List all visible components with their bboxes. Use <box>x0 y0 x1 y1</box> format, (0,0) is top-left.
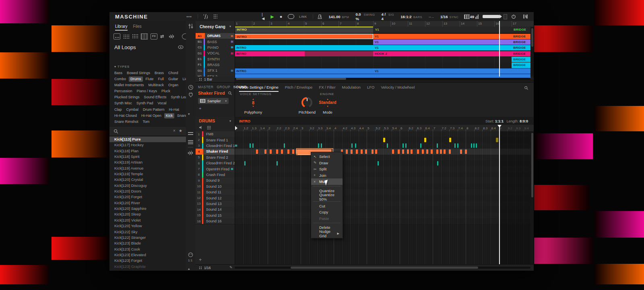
plugin-tab-lfo[interactable]: LFO <box>367 85 374 92</box>
loops-icon[interactable]: ⇄ <box>160 34 166 39</box>
sound-slot-2[interactable]: 2Snare Fired 1 <box>196 137 235 143</box>
note-event[interactable] <box>250 143 251 148</box>
plugin-tab-fx-filter[interactable]: FX / Filter <box>319 85 335 92</box>
swing-display[interactable]: 0.0 % SWING <box>355 12 375 21</box>
pianoroll-view-icon[interactable] <box>188 132 193 136</box>
track-header-sfx-2[interactable]: H1SFX 2 <box>196 73 235 77</box>
note-event[interactable] <box>424 138 426 142</box>
list-item[interactable]: Kick[120] Sleep <box>109 211 186 217</box>
plugin-tab-pitch-envelope[interactable]: Pitch / Envelope <box>285 85 313 92</box>
sig-value[interactable]: 4 / 4 <box>382 12 387 21</box>
note-event[interactable] <box>471 143 472 148</box>
type-tag-organ[interactable]: Organ <box>168 83 178 87</box>
list-item[interactable]: Kick[119] Artisan <box>109 160 186 165</box>
group-selector[interactable]: DRUMS ▾ <box>196 117 235 125</box>
list-item[interactable]: Kick[120] Sapphire <box>109 206 186 211</box>
type-tag-bass[interactable]: Bass <box>114 71 122 75</box>
pad-grid-icon[interactable] <box>207 126 211 130</box>
note-event[interactable] <box>244 161 246 166</box>
signature-display[interactable]: 4 / 4 SIG <box>382 12 394 21</box>
arranger-clip[interactable]: INTRO <box>235 34 373 39</box>
list-item[interactable]: Kick[119] Temple <box>109 171 186 177</box>
note-event[interactable] <box>449 138 451 142</box>
sound-slot-9[interactable]: 9Sound 9 <box>196 178 235 184</box>
arrange-grid-control[interactable]: 1 Bar <box>196 77 235 82</box>
sound-name[interactable]: Shaker Fired <box>198 91 225 95</box>
link-button[interactable]: LINK <box>299 15 307 19</box>
fx-icon[interactable]: FX <box>151 33 157 39</box>
menu-item-join[interactable]: +Join <box>311 172 343 179</box>
note-event[interactable] <box>378 161 379 166</box>
menu-item-nudge-grid[interactable]: Nudge Grid▶ <box>311 231 343 237</box>
list-item[interactable]: Kick[123] Blade <box>109 240 186 246</box>
loop-icon[interactable] <box>288 14 294 19</box>
sound-slot-7[interactable]: 7OpenHH Fired <box>196 166 235 172</box>
note-event[interactable] <box>473 143 475 148</box>
list-item[interactable]: Kick[118] Plan <box>109 148 186 154</box>
browser-results-list[interactable]: Kick[113] PureKick[117] HockeyKick[118] … <box>109 137 186 271</box>
note-event[interactable] <box>444 149 446 154</box>
add-plugin-button[interactable]: + <box>199 106 201 111</box>
collapse-control-chevron-icon[interactable]: ▾ <box>188 112 190 116</box>
sync-display[interactable]: 1/16 SYNC <box>440 14 458 19</box>
browser-toggle-icon[interactable] <box>204 14 208 19</box>
note-event[interactable] <box>287 149 289 154</box>
automation-clock-icon[interactable] <box>188 85 194 90</box>
type-tag-chord[interactable]: Chord <box>168 71 178 75</box>
track-lane[interactable] <box>235 62 534 68</box>
menu-item-select[interactable]: ↖Select <box>311 153 343 160</box>
note-event[interactable] <box>281 149 283 154</box>
clear-search-icon[interactable]: × <box>173 128 175 133</box>
arranger-clip[interactable]: V1 <box>373 34 512 39</box>
note-event[interactable] <box>420 143 421 148</box>
arranger-timeline[interactable]: 1234567891011121314151617INTROV1BRIDGEIN… <box>235 21 534 82</box>
sound-slot-8[interactable]: 8Crash Fired <box>196 172 235 178</box>
arranger-clip[interactable]: HOOK 2 <box>373 51 512 56</box>
pencil-edit-icon[interactable]: ✎ <box>229 265 233 269</box>
list-item[interactable]: Kick[120] Doors <box>109 188 186 194</box>
note-event[interactable] <box>375 149 377 154</box>
sound-slot-3[interactable]: 3ClosedHH Fired 1 <box>196 143 235 149</box>
list-item[interactable]: Kick[122] Sky <box>109 229 186 235</box>
note-event[interactable] <box>402 143 404 148</box>
note-event[interactable] <box>407 149 409 154</box>
note-event[interactable] <box>437 161 438 166</box>
sound-slot-12[interactable]: 12Sound 12 <box>196 195 235 201</box>
list-item[interactable]: Kick[113] Pure <box>109 137 186 142</box>
arranger-footer-scrollbar-thumb[interactable] <box>236 78 346 80</box>
menu-item-copy[interactable]: Copy <box>311 209 343 215</box>
note-event[interactable] <box>351 143 353 148</box>
step-grid-icon[interactable] <box>199 266 202 269</box>
note-event[interactable] <box>361 149 363 154</box>
mode-stepper[interactable]: ▴ Standard ▾ <box>316 98 339 108</box>
sound-slot-list[interactable]: 1FM82Snare Fired 13ClosedHH Fired 14Shak… <box>196 131 235 224</box>
note-event[interactable] <box>496 138 498 142</box>
type-tag-synth-misc[interactable]: Synth Misc <box>114 101 132 106</box>
type-tag-flute[interactable]: Flute <box>146 77 154 81</box>
subtype-tag-kick[interactable]: Kick <box>164 113 174 118</box>
group-caret-icon[interactable]: ▾ <box>229 119 231 123</box>
arranger-clip[interactable]: BRIDGE <box>512 34 530 39</box>
scope-tab-group[interactable]: GROUP <box>217 85 230 89</box>
sound-slot-15[interactable]: 15Sound 15 <box>196 213 235 219</box>
type-tag-multitrack[interactable]: Multitrack <box>149 83 164 87</box>
note-event[interactable] <box>440 149 442 154</box>
metronome-icon[interactable] <box>318 14 322 19</box>
type-tag-bowed-strings[interactable]: Bowed Strings <box>127 71 150 75</box>
menu-ellipsis-icon[interactable]: ••• <box>186 14 192 19</box>
track-header-drums[interactable]: A1DRUMS <box>196 33 235 39</box>
note-event[interactable] <box>431 149 433 154</box>
scope-tab-master[interactable]: MASTER <box>198 85 213 89</box>
follow-playhead-icon[interactable]: →‥ <box>428 14 434 19</box>
tab-library[interactable]: Library <box>115 24 128 31</box>
list-item[interactable]: Kick[120] Violet <box>109 218 186 223</box>
arranger-clip[interactable]: INTRO <box>235 68 373 74</box>
audio-view-icon[interactable] <box>188 151 193 155</box>
list-item[interactable]: Kick[120] Discoguy <box>109 183 186 188</box>
sounds-icon[interactable] <box>132 34 138 39</box>
list-item[interactable]: Kick[123] Graphite <box>109 264 186 269</box>
sound-slot-10[interactable]: 10Sound 10 <box>196 184 235 190</box>
stepper-down-icon[interactable]: ▾ <box>316 105 339 108</box>
type-tag-brass[interactable]: Brass <box>155 71 164 75</box>
track-header-sfx-1[interactable]: G1SFX 1 <box>196 68 235 74</box>
